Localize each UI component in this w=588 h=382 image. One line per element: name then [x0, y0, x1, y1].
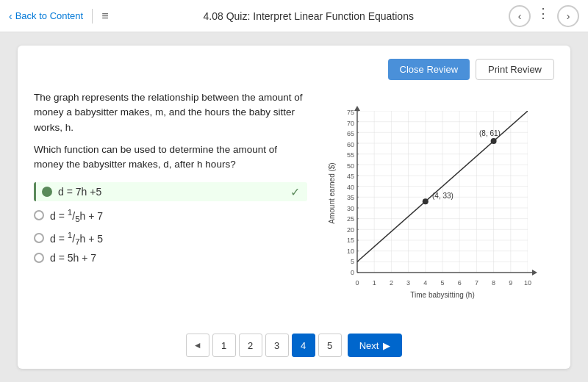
line-graph: Amount earned ($) 0 5 10 [326, 105, 547, 311]
svg-text:40: 40 [347, 184, 354, 191]
main-content-area: Close Review Print Review The graph repr… [0, 32, 588, 382]
nav-arrows-group: ‹ ⋮ › [509, 5, 579, 27]
top-navigation-bar: ‹ Back to Content ≡ 4.08 Quiz: Interpret… [0, 0, 588, 32]
page-title: 4.08 Quiz: Interpret Linear Function Equ… [118, 10, 500, 22]
option-3-label: d = 1/7h + 5 [50, 230, 103, 246]
question-section: The graph represents the relationship be… [34, 90, 307, 325]
pagination-prev-button[interactable]: ◄ [186, 334, 209, 357]
back-to-content-link[interactable]: ‹ Back to Content [9, 10, 83, 22]
x-axis-arrow [532, 270, 537, 275]
svg-text:10: 10 [524, 279, 531, 286]
svg-text:50: 50 [347, 162, 354, 170]
svg-text:4: 4 [423, 279, 427, 286]
pagination-page-1[interactable]: 1 [212, 334, 236, 357]
next-arrow-icon: ▶ [383, 340, 390, 351]
svg-text:75: 75 [347, 109, 354, 116]
graph-section: Amount earned ($) 0 5 10 [319, 90, 554, 325]
svg-text:0: 0 [351, 269, 354, 276]
y-axis-label: Amount earned ($) [328, 162, 336, 223]
chevron-left-icon: ‹ [9, 10, 12, 22]
svg-text:0: 0 [355, 279, 359, 286]
option-4[interactable]: d = 5h + 7 [34, 252, 307, 264]
option-2-label: d = 1/5h + 7 [50, 207, 103, 223]
hamburger-icon[interactable]: ≡ [101, 10, 108, 23]
svg-text:5: 5 [440, 279, 444, 286]
review-buttons-row: Close Review Print Review [34, 59, 554, 80]
close-review-button[interactable]: Close Review [388, 59, 470, 80]
question-context: The graph represents the relationship be… [34, 90, 307, 135]
radio-option-1[interactable] [42, 187, 52, 197]
back-label: Back to Content [15, 10, 84, 21]
option-4-label: d = 5h + 7 [50, 252, 96, 264]
svg-text:9: 9 [509, 279, 512, 286]
svg-text:55: 55 [347, 151, 354, 159]
svg-text:20: 20 [347, 226, 354, 234]
point-label-8-61: (8, 61) [479, 129, 501, 137]
question-prompt: Which function can be used to determine … [34, 143, 307, 173]
svg-text:65: 65 [347, 130, 354, 137]
radio-option-4[interactable] [34, 253, 44, 263]
pagination-page-2[interactable]: 2 [239, 334, 262, 357]
graph-point-4-33 [423, 198, 429, 204]
graph-container: Amount earned ($) 0 5 10 [326, 105, 547, 311]
svg-text:1: 1 [373, 279, 376, 286]
svg-text:7: 7 [475, 279, 478, 286]
svg-text:8: 8 [492, 279, 495, 286]
answer-options-list: d = 7h +5 ✓ d = 1/5h + 7 d = 1/7h + 5 [34, 182, 307, 264]
pagination-page-3[interactable]: 3 [265, 334, 289, 357]
prev-question-button[interactable]: ‹ [509, 5, 531, 27]
y-axis-arrow [354, 106, 360, 111]
graph-point-8-61 [491, 138, 497, 144]
svg-text:45: 45 [347, 173, 354, 180]
more-options-icon[interactable]: ⋮ [537, 5, 551, 27]
svg-text:3: 3 [406, 279, 410, 286]
radio-option-3[interactable] [34, 233, 44, 243]
point-label-4-33: (4, 33) [432, 192, 453, 200]
svg-text:25: 25 [347, 215, 354, 223]
svg-text:30: 30 [347, 205, 354, 212]
svg-text:60: 60 [347, 141, 354, 148]
pagination-page-4[interactable]: 4 [292, 334, 315, 357]
svg-text:35: 35 [347, 194, 354, 201]
option-1[interactable]: d = 7h +5 ✓ [34, 182, 307, 201]
svg-text:15: 15 [347, 237, 354, 244]
next-question-button[interactable]: › [557, 5, 579, 27]
divider [92, 9, 93, 24]
svg-text:5: 5 [351, 258, 354, 265]
option-1-label: d = 7h +5 [58, 186, 101, 198]
radio-option-2[interactable] [34, 210, 44, 220]
option-3[interactable]: d = 1/7h + 5 [34, 230, 307, 246]
pagination-row: ◄ 1 2 3 4 5 Next ▶ [34, 334, 554, 357]
svg-text:6: 6 [458, 279, 462, 286]
svg-text:10: 10 [347, 248, 354, 255]
option-2[interactable]: d = 1/5h + 7 [34, 207, 307, 223]
content-row: The graph represents the relationship be… [34, 90, 554, 325]
svg-text:70: 70 [347, 120, 354, 127]
checkmark-icon: ✓ [290, 185, 300, 199]
x-axis-label: Time babysitting (h) [410, 291, 474, 299]
question-card: Close Review Print Review The graph repr… [18, 46, 570, 369]
svg-text:2: 2 [390, 279, 393, 286]
next-button[interactable]: Next ▶ [348, 334, 403, 357]
print-review-button[interactable]: Print Review [476, 59, 554, 80]
pagination-page-5[interactable]: 5 [318, 334, 342, 357]
x-axis-ticks: 0 1 2 3 4 5 6 7 8 9 10 [355, 279, 531, 286]
